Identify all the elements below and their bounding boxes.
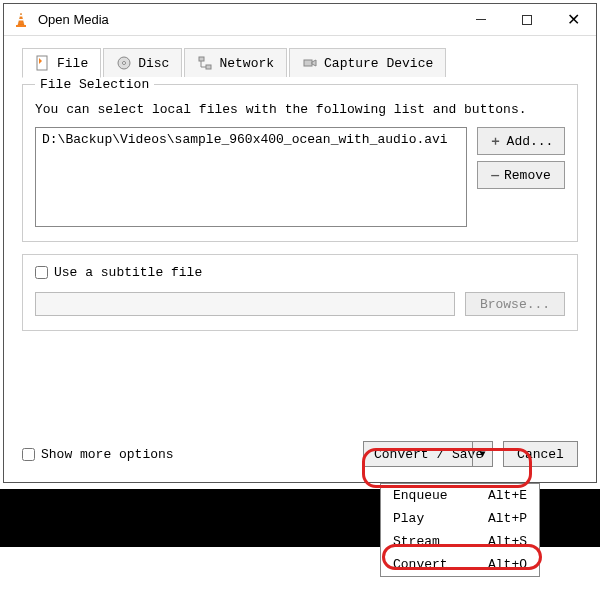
- show-more-row[interactable]: Show more options: [22, 447, 363, 462]
- add-button[interactable]: ＋ Add...: [477, 127, 565, 155]
- remove-label: Remove: [504, 168, 551, 183]
- open-media-window: Open Media ✕ File Disc Network Capture D…: [3, 3, 597, 483]
- svg-rect-3: [16, 25, 26, 27]
- show-more-checkbox[interactable]: [22, 448, 35, 461]
- menu-stream[interactable]: Stream Alt+S: [381, 530, 539, 553]
- menu-stream-shortcut: Alt+S: [488, 534, 527, 549]
- subtitle-box: Use a subtitle file Browse...: [22, 254, 578, 331]
- close-icon: ✕: [567, 10, 580, 29]
- maximize-icon: [522, 15, 532, 25]
- tab-network[interactable]: Network: [184, 48, 287, 77]
- maximize-button[interactable]: [504, 4, 550, 36]
- file-buttons: ＋ Add... — Remove: [477, 127, 565, 227]
- window-controls: ✕: [458, 4, 596, 36]
- titlebar: Open Media ✕: [4, 4, 596, 36]
- tab-capture[interactable]: Capture Device: [289, 48, 446, 77]
- network-icon: [197, 55, 213, 71]
- menu-play[interactable]: Play Alt+P: [381, 507, 539, 530]
- subtitle-checkbox[interactable]: [35, 266, 48, 279]
- cancel-label: Cancel: [517, 447, 564, 462]
- svg-rect-12: [304, 60, 312, 66]
- dropdown-arrow-icon[interactable]: ▼: [472, 442, 492, 466]
- menu-enqueue-shortcut: Alt+E: [488, 488, 527, 503]
- tab-bar: File Disc Network Capture Device: [22, 48, 596, 77]
- menu-play-shortcut: Alt+P: [488, 511, 527, 526]
- subtitle-path-input: [35, 292, 455, 316]
- remove-button[interactable]: — Remove: [477, 161, 565, 189]
- file-list[interactable]: D:\Backup\Videos\sample_960x400_ocean_wi…: [35, 127, 467, 227]
- minimize-icon: [476, 19, 486, 20]
- window-title: Open Media: [38, 12, 458, 27]
- tab-network-label: Network: [219, 56, 274, 71]
- minus-icon: —: [491, 168, 499, 183]
- browse-button: Browse...: [465, 292, 565, 316]
- disc-icon: [116, 55, 132, 71]
- menu-stream-label: Stream: [393, 534, 440, 549]
- tab-file[interactable]: File: [22, 48, 101, 78]
- svg-marker-13: [312, 60, 316, 66]
- plus-icon: ＋: [489, 132, 502, 150]
- svg-rect-9: [206, 65, 211, 69]
- menu-convert-shortcut: Alt+O: [488, 557, 527, 572]
- svg-rect-8: [199, 57, 204, 61]
- cancel-button[interactable]: Cancel: [503, 441, 578, 467]
- menu-convert[interactable]: Convert Alt+O: [381, 553, 539, 576]
- bottom-row: Show more options Convert / Save ▼ Cance…: [22, 441, 578, 467]
- menu-convert-label: Convert: [393, 557, 448, 572]
- tab-disc[interactable]: Disc: [103, 48, 182, 77]
- close-button[interactable]: ✕: [550, 4, 596, 36]
- convert-save-label: Convert / Save: [374, 447, 483, 462]
- subtitle-row: Browse...: [35, 292, 565, 316]
- file-row: D:\Backup\Videos\sample_960x400_ocean_wi…: [35, 127, 565, 227]
- add-label: Add...: [507, 134, 554, 149]
- file-icon: [35, 55, 51, 71]
- tab-capture-label: Capture Device: [324, 56, 433, 71]
- show-more-label: Show more options: [41, 447, 174, 462]
- file-selection-legend: File Selection: [35, 77, 154, 92]
- subtitle-checkbox-row[interactable]: Use a subtitle file: [35, 265, 565, 280]
- file-selection-help: You can select local files with the foll…: [35, 102, 565, 117]
- svg-rect-1: [20, 15, 23, 17]
- subtitle-checkbox-label: Use a subtitle file: [54, 265, 202, 280]
- vlc-cone-icon: [12, 11, 30, 29]
- capture-device-icon: [302, 55, 318, 71]
- file-selection-fieldset: File Selection You can select local file…: [22, 77, 578, 242]
- menu-enqueue[interactable]: Enqueue Alt+E: [381, 484, 539, 507]
- tab-file-label: File: [57, 56, 88, 71]
- svg-point-7: [123, 62, 126, 65]
- menu-enqueue-label: Enqueue: [393, 488, 448, 503]
- menu-play-label: Play: [393, 511, 424, 526]
- file-list-item[interactable]: D:\Backup\Videos\sample_960x400_ocean_wi…: [42, 132, 460, 147]
- tab-disc-label: Disc: [138, 56, 169, 71]
- svg-rect-2: [19, 19, 24, 21]
- convert-save-button[interactable]: Convert / Save ▼: [363, 441, 493, 467]
- convert-dropdown-menu: Enqueue Alt+E Play Alt+P Stream Alt+S Co…: [380, 483, 540, 577]
- svg-rect-4: [37, 56, 47, 70]
- tab-content: File Selection You can select local file…: [4, 77, 596, 331]
- minimize-button[interactable]: [458, 4, 504, 36]
